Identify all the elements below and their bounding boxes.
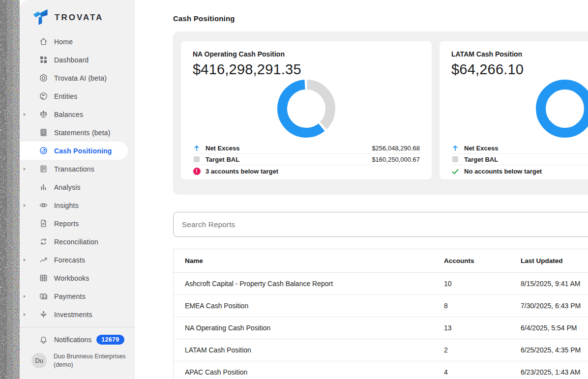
dashboard-icon [39,55,48,64]
status-row: No accounts below target [451,165,588,177]
sidebar-item-transactions[interactable]: Transactions [20,160,135,178]
reports-table: Name Accounts Last Updated Ashcroft Capi… [173,249,588,379]
sidebar-nav: Home Dashboard Trovata AI (beta) Entitie… [20,32,135,323]
sidebar-item-investments[interactable]: Investments [20,305,135,323]
scale-icon [39,110,48,119]
expand-caret-icon[interactable] [24,113,26,116]
notifications-count-badge: 12679 [96,335,124,345]
ai-hexagon-icon [39,73,48,83]
card-amount: $64,266.10 [451,61,588,78]
brand-logo: TROVATA [20,0,135,32]
sprout-icon [39,310,48,319]
sidebar-item-statements[interactable]: Statements (beta) [20,123,135,142]
globe-icon [39,91,48,101]
file-icon [39,219,48,228]
trovata-logo-icon [32,9,48,27]
avatar: Du [31,353,47,368]
sidebar: TROVATA Home Dashboard Trovata AI (beta)… [20,0,135,379]
sidebar-item-reconciliation[interactable]: Reconciliation [20,233,135,251]
sidebar-item-payments[interactable]: Payments [20,287,135,305]
table-header-row: Name Accounts Last Updated [174,249,588,273]
net-excess-row: Net Excess $256,048,290.68 [193,143,420,154]
sidebar-item-entities[interactable]: Entities [20,87,135,105]
status-row: ! 3 accounts below target [193,165,420,177]
sidebar-item-trovata-ai[interactable]: Trovata AI (beta) [20,69,135,87]
target-bal-row: Target BAL [451,154,588,165]
table-row[interactable]: Ashcroft Capital - Property Cash Balance… [174,273,588,295]
net-excess-row: Net Excess [451,143,588,154]
target-bal-row: Target BAL $160,250,000.67 [193,154,420,165]
sidebar-item-workbooks[interactable]: Workbooks [20,269,135,287]
column-header-last-updated[interactable]: Last Updated [521,257,588,264]
card-stats: Net Excess $256,048,290.68 Target BAL $1… [193,143,420,177]
sidebar-item-dashboard[interactable]: Dashboard [20,51,135,69]
table-row[interactable]: NA Operating Cash Position 13 6/4/2025, … [174,317,588,339]
receipt-icon [39,164,48,174]
status-text: 3 accounts below target [206,168,278,175]
home-icon [39,37,48,46]
cash-position-panel: NA Operating Cash Position $416,298,291.… [173,31,588,195]
sidebar-item-insights[interactable]: Insights [20,196,135,214]
cash-position-card-latam[interactable]: LATAM Cash Position $64,266.10 Net Exces… [440,41,588,179]
expand-caret-icon[interactable] [24,295,26,298]
sidebar-item-cash-positioning[interactable]: Cash Positioning [20,142,128,160]
refresh-icon [39,237,48,246]
sidebar-divider [20,327,135,327]
check-icon [451,168,459,175]
trend-icon [39,255,48,264]
main-content: Cash Positioning NA Operating Cash Posit… [135,0,588,379]
cash-position-card-na[interactable]: NA Operating Cash Position $416,298,291.… [181,41,432,179]
brand-name: TROVATA [55,13,103,23]
up-arrow-icon [193,145,201,151]
noise-edge [0,0,20,379]
sidebar-item-balances[interactable]: Balances [20,105,135,123]
up-arrow-icon [451,145,459,151]
card-stats: Net Excess Target BAL No accounts below … [451,143,588,177]
donut-chart [451,79,588,138]
banknote-icon [39,292,48,301]
card-amount: $416,298,291.35 [193,61,420,78]
column-header-name[interactable]: Name [185,257,444,264]
expand-caret-icon[interactable] [24,259,26,262]
gray-swatch-icon [193,156,201,162]
table-row[interactable]: APAC Cash Position 4 6/23/2025, 1:43 AM [174,361,588,379]
page-title: Cash Positioning [173,0,588,23]
sidebar-item-reports[interactable]: Reports [20,214,135,233]
grid-table-icon [39,273,48,283]
statement-icon [39,128,48,137]
expand-caret-icon[interactable] [24,168,26,171]
expand-caret-icon[interactable] [24,204,26,207]
search-input[interactable] [174,212,588,236]
alert-icon: ! [193,168,201,175]
sidebar-item-forecasts[interactable]: Forecasts [20,251,135,269]
sidebar-item-home[interactable]: Home [20,32,135,51]
search-reports-box [173,212,588,237]
bar-chart-icon [39,182,48,192]
donut-chart [193,79,420,138]
table-row[interactable]: EMEA Cash Position 8 7/30/2025, 6:43 PM [174,295,588,317]
column-header-accounts[interactable]: Accounts [444,257,521,264]
bell-icon [39,335,48,344]
eye-icon [39,201,48,210]
card-title: LATAM Cash Position [451,50,588,58]
notifications-button[interactable]: Notifications 12679 [20,330,135,349]
status-text: No accounts below target [464,168,542,175]
card-title: NA Operating Cash Position [193,50,420,58]
user-name: Duo Brunneus Enterprises (demo) [54,352,132,369]
expand-caret-icon[interactable] [24,313,26,316]
user-account-button[interactable]: Du Duo Brunneus Enterprises (demo) [31,352,135,369]
sidebar-item-analysis[interactable]: Analysis [20,178,135,196]
gray-swatch-icon [451,156,459,162]
gauge-icon [39,146,48,155]
table-row[interactable]: LATAM Cash Position 2 6/25/2025, 4:35 PM [174,339,588,361]
